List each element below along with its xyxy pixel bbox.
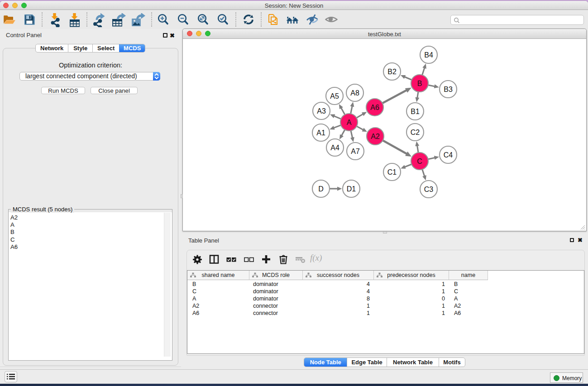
svg-text:C: C (417, 157, 422, 165)
svg-text:B1: B1 (411, 108, 420, 115)
svg-text:C4: C4 (444, 151, 453, 159)
svg-text:B3: B3 (444, 86, 453, 93)
svg-text:A8: A8 (350, 89, 359, 97)
svg-text:A5: A5 (330, 92, 339, 100)
svg-text:A4: A4 (330, 144, 339, 152)
svg-text:B: B (417, 80, 422, 87)
svg-text:A7: A7 (351, 148, 360, 155)
svg-text:B4: B4 (424, 51, 433, 59)
svg-text:C2: C2 (411, 129, 420, 136)
svg-text:D: D (318, 185, 324, 193)
svg-text:A: A (347, 119, 352, 126)
svg-text:C1: C1 (387, 168, 397, 176)
svg-text:D1: D1 (347, 185, 356, 193)
svg-text:A1: A1 (316, 129, 325, 137)
svg-text:A3: A3 (317, 107, 326, 115)
svg-text:A2: A2 (371, 133, 380, 140)
svg-text:C3: C3 (424, 186, 434, 193)
svg-text:B2: B2 (387, 68, 397, 76)
svg-text:A6: A6 (370, 104, 379, 111)
